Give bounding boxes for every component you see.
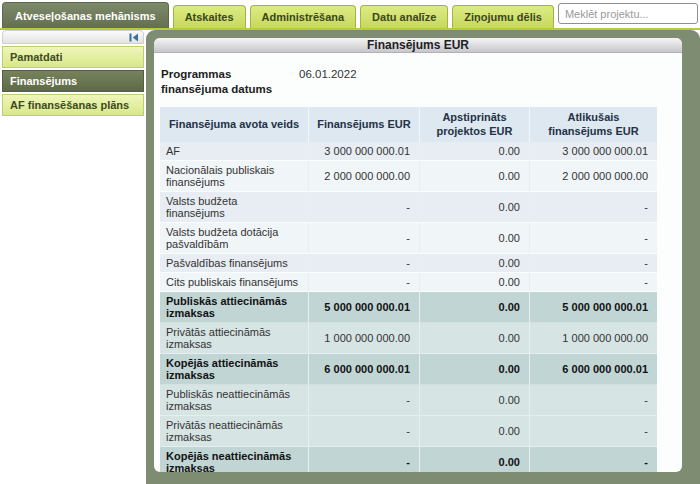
table-row: Pašvaldības finansējums - 0.00 - <box>160 254 657 273</box>
financing-value: - <box>309 385 420 416</box>
table-row: Cits publiskais finansējums - 0.00 - <box>160 273 657 292</box>
col-header-financing: Finansējums EUR <box>309 107 420 143</box>
table-row: AF 3 000 000 000.01 0.00 3 000 000 000.0… <box>160 142 657 161</box>
remaining-value: 3 000 000 000.01 <box>530 142 657 161</box>
remaining-value: - <box>530 273 657 292</box>
sidebar-item-pamatdati[interactable]: Pamatdati <box>2 46 144 68</box>
program-financing-date-value: 06.01.2022 <box>299 67 357 97</box>
row-label: Kopējās attiecināmās izmaksas <box>160 354 309 385</box>
table-row: Privātās neattiecināmās izmaksas - 0.00 … <box>160 416 657 447</box>
remaining-value: - <box>530 223 657 254</box>
row-label: Nacionālais publiskais finansējums <box>160 161 309 192</box>
program-financing-date-row: Programmas finansējuma datums 06.01.2022 <box>160 61 676 107</box>
approved-value: 0.00 <box>420 292 530 323</box>
remaining-value: - <box>530 385 657 416</box>
remaining-value: - <box>530 192 657 223</box>
remaining-value: - <box>530 254 657 273</box>
financing-value: - <box>309 416 420 447</box>
row-label: AF <box>160 142 309 161</box>
table-row: Privātās attiecināmās izmaksas 1 000 000… <box>160 323 657 354</box>
financing-value: - <box>309 192 420 223</box>
table-row: Publiskās neattiecināmās izmaksas - 0.00… <box>160 385 657 416</box>
tab-zinojumu-delis[interactable]: Ziņojumu dēlis <box>452 5 554 28</box>
remaining-value: 1 000 000 000.00 <box>530 323 657 354</box>
table-header-row: Finansējuma avota veids Finansējums EUR … <box>160 107 657 143</box>
row-label: Privātās attiecināmās izmaksas <box>160 323 309 354</box>
row-label: Publiskās neattiecināmās izmaksas <box>160 385 309 416</box>
approved-value: 0.00 <box>420 192 530 223</box>
col-header-remaining: Atlikušais finansējums EUR <box>530 107 657 143</box>
tab-datu-analize[interactable]: Datu analīze <box>360 5 448 28</box>
approved-value: 0.00 <box>420 142 530 161</box>
approved-value: 0.00 <box>420 223 530 254</box>
sidebar-collapse-icon <box>129 33 139 42</box>
financing-value: 5 000 000 000.01 <box>309 292 420 323</box>
approved-value: 0.00 <box>420 273 530 292</box>
row-label: Valsts budžeta finansējums <box>160 192 309 223</box>
col-header-source-type: Finansējuma avota veids <box>160 107 309 143</box>
row-label: Publiskās attiecināmās izmaksas <box>160 292 309 323</box>
table-row-total: Kopējās neattiecināmās izmaksas - 0.00 - <box>160 447 657 472</box>
financing-value: - <box>309 447 420 472</box>
financing-table: Finansējuma avota veids Finansējums EUR … <box>160 107 657 472</box>
table-row: Valsts budžeta dotācija pašvaldībām - 0.… <box>160 223 657 254</box>
financing-value: - <box>309 273 420 292</box>
search-input[interactable] <box>558 3 698 24</box>
sidebar: Pamatdati Finansējums AF finansēšanas pl… <box>0 30 146 484</box>
table-row: Nacionālais publiskais finansējums 2 000… <box>160 161 657 192</box>
sidebar-item-af-finansesanas-plans[interactable]: AF finansēšanas plāns <box>2 94 144 116</box>
approved-value: 0.00 <box>420 254 530 273</box>
row-label: Valsts budžeta dotācija pašvaldībām <box>160 223 309 254</box>
main-panel-frame: Finansējums EUR Programmas finansējuma d… <box>146 30 700 484</box>
financing-value: 2 000 000 000.00 <box>309 161 420 192</box>
row-label: Privātās neattiecināmās izmaksas <box>160 416 309 447</box>
remaining-value: 5 000 000 000.01 <box>530 292 657 323</box>
col-header-approved-projects: Apstiprināts projektos EUR <box>420 107 530 143</box>
table-row: Valsts budžeta finansējums - 0.00 - <box>160 192 657 223</box>
tab-atveselosanas-mehanisms[interactable]: Atveseļošanas mehānisms <box>2 2 169 28</box>
remaining-value: - <box>530 416 657 447</box>
row-label: Kopējās neattiecināmās izmaksas <box>160 447 309 472</box>
page-title: Finansējums EUR <box>154 38 682 53</box>
sidebar-item-finansejums[interactable]: Finansējums <box>2 70 144 92</box>
approved-value: 0.00 <box>420 416 530 447</box>
financing-value: 6 000 000 000.01 <box>309 354 420 385</box>
financing-value: - <box>309 223 420 254</box>
approved-value: 0.00 <box>420 161 530 192</box>
content-card: Finansējums EUR Programmas finansējuma d… <box>154 38 682 472</box>
tab-atskaites[interactable]: Atskaites <box>173 5 246 28</box>
financing-value: - <box>309 254 420 273</box>
financing-value: 1 000 000 000.00 <box>309 323 420 354</box>
top-tab-bar: Atveseļošanas mehānisms Atskaites Admini… <box>0 0 700 28</box>
remaining-value: 6 000 000 000.01 <box>530 354 657 385</box>
approved-value: 0.00 <box>420 385 530 416</box>
remaining-value: 2 000 000 000.00 <box>530 161 657 192</box>
program-financing-date-label: Programmas finansējuma datums <box>161 67 299 97</box>
sidebar-collapse-button[interactable] <box>2 30 144 44</box>
remaining-value: - <box>530 447 657 472</box>
financing-value: 3 000 000 000.01 <box>309 142 420 161</box>
approved-value: 0.00 <box>420 323 530 354</box>
tab-administresana[interactable]: Administrēšana <box>250 5 357 28</box>
row-label: Cits publiskais finansējums <box>160 273 309 292</box>
table-row-total: Publiskās attiecināmās izmaksas 5 000 00… <box>160 292 657 323</box>
approved-value: 0.00 <box>420 354 530 385</box>
topbar-right-group: Palīdzība (admin) <box>558 2 700 28</box>
approved-value: 0.00 <box>420 447 530 472</box>
row-label: Pašvaldības finansējums <box>160 254 309 273</box>
table-row-total: Kopējās attiecināmās izmaksas 6 000 000 … <box>160 354 657 385</box>
